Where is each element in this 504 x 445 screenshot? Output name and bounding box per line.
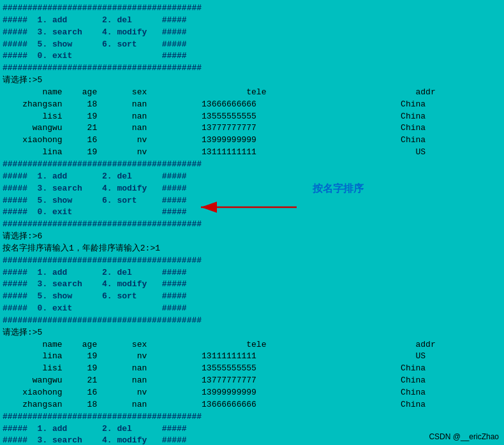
terminal-line: 请选择:>6	[0, 231, 504, 243]
terminal-line: lina 19 nv 13111111111 US	[0, 147, 504, 159]
terminal-line: 请选择:>5	[0, 327, 504, 339]
terminal-line: ########################################	[0, 411, 504, 423]
terminal-line: 请选择:>5	[0, 75, 504, 87]
terminal-line: 按名字排序请输入1，年龄排序请输入2:>1	[0, 243, 504, 255]
terminal-line: ##### 3. search 4. modify #####	[0, 183, 504, 195]
terminal-line: ########################################	[0, 255, 504, 267]
terminal-line: ########################################	[0, 62, 504, 75]
terminal-line: ##### 5. show 6. sort #####	[0, 39, 504, 51]
terminal-line: zhangsan 18 nan 13666666666 China	[0, 99, 504, 111]
terminal-line: zhangsan 18 nan 13666666666 China	[0, 399, 504, 411]
terminal-line: lisi 19 nan 13555555555 China	[0, 111, 504, 123]
terminal-line: lina 19 nv 13111111111 US	[0, 351, 504, 363]
terminal-line: ########################################	[0, 219, 504, 231]
terminal-line: xiaohong 16 nv 13999999999 China	[0, 135, 504, 147]
terminal-line: ########################################	[0, 315, 504, 327]
terminal-line: ##### 1. add 2. del #####	[0, 171, 504, 183]
terminal-line: wangwu 21 nan 13777777777 China	[0, 122, 504, 135]
terminal-line: wangwu 21 nan 13777777777 China	[0, 375, 504, 387]
terminal-line: ########################################	[0, 159, 504, 171]
terminal-line: ##### 1. add 2. del #####	[0, 267, 504, 279]
terminal-line: ##### 3. search 4. modify #####	[0, 27, 504, 39]
terminal-line: name age sex tele addr	[0, 87, 504, 99]
watermark: CSDN @__ericZhao	[429, 432, 499, 441]
terminal-line: ##### 1. add 2. del #####	[0, 15, 504, 27]
terminal-line: ##### 5. show 6. sort #####	[0, 291, 504, 303]
terminal-line: ########################################	[0, 3, 504, 15]
terminal-line: xiaohong 16 nv 13999999999 China	[0, 387, 504, 399]
terminal-line: ##### 0. exit #####	[0, 50, 504, 62]
annotation-arrow	[198, 198, 300, 219]
terminal-window: ########################################…	[0, 0, 504, 445]
terminal-line: ##### 3. search 4. modify #####	[0, 279, 504, 291]
terminal-line: ##### 0. exit #####	[0, 303, 504, 315]
terminal-line: lisi 19 nan 13555555555 China	[0, 363, 504, 375]
annotation-label: 按名字排序	[313, 182, 364, 196]
terminal-line: name age sex tele addr	[0, 339, 504, 351]
